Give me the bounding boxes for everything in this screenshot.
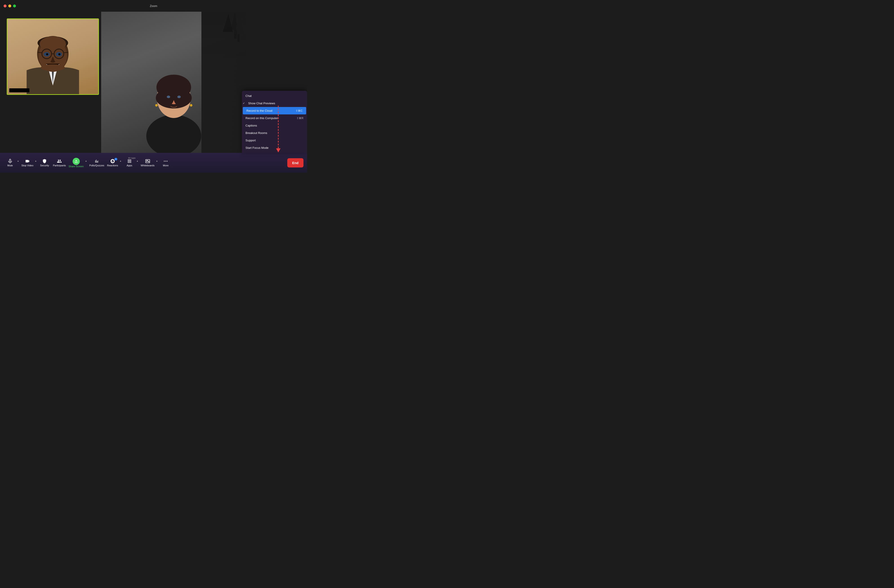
svg-point-6 <box>177 95 181 98</box>
participants-button[interactable]: Participants <box>52 157 66 168</box>
mute-group: Mute ▲ <box>4 157 20 168</box>
share-screen-label: Share Screen <box>69 165 84 168</box>
reactions-add-badge: + <box>115 158 117 160</box>
titlebar: Zoom <box>0 0 307 12</box>
record-cloud-label: Record to the Cloud <box>246 109 272 112</box>
mute-button[interactable]: Mute <box>4 157 17 168</box>
participants-icon <box>57 159 62 164</box>
close-button[interactable] <box>4 5 6 8</box>
share-screen-button[interactable]: Share Screen <box>68 157 85 169</box>
svg-line-20 <box>64 52 68 53</box>
svg-point-8 <box>190 104 192 107</box>
svg-point-0 <box>146 115 201 153</box>
share-caret[interactable]: ▲ <box>85 160 88 162</box>
record-computer-label: Record on this Computer <box>245 116 278 120</box>
svg-point-7 <box>155 104 158 107</box>
apps-group: Apps 83 Apps ▲ <box>123 157 139 168</box>
shield-icon <box>42 159 47 164</box>
mute-caret[interactable]: ▲ <box>17 160 20 162</box>
reactions-label: Reactions <box>107 164 118 167</box>
whiteboards-icon <box>145 159 150 164</box>
svg-point-25 <box>41 64 65 71</box>
share-icon <box>74 159 78 163</box>
menu-item-record-computer[interactable]: Record on this Computer ⇧⌘R <box>242 115 307 122</box>
svg-point-23 <box>46 53 48 56</box>
menu-item-breakout-rooms[interactable]: Breakout Rooms <box>242 129 307 137</box>
share-screen-icon <box>72 158 80 165</box>
svg-point-4 <box>156 87 192 109</box>
reactions-group: + Reactions ▲ <box>106 157 122 168</box>
menu-item-chat[interactable]: Chat <box>242 92 307 100</box>
name-tag-bar <box>9 88 29 92</box>
whiteboards-caret[interactable]: ▲ <box>156 160 158 162</box>
microphone-icon <box>8 159 13 164</box>
toolbar-items: Mute ▲ Stop Video ▲ Security <box>4 157 285 169</box>
video-right-inner <box>101 12 246 153</box>
share-screen-group: Share Screen ▲ <box>68 157 88 169</box>
security-button[interactable]: Security <box>38 157 51 168</box>
stop-video-button[interactable]: Stop Video <box>20 157 35 168</box>
svg-rect-10 <box>237 34 240 42</box>
apps-caret[interactable]: ▲ <box>136 160 139 162</box>
chat-label: Chat <box>245 94 252 98</box>
apps-button[interactable]: Apps 83 Apps <box>123 157 136 168</box>
apps-icon <box>127 159 132 164</box>
focus-mode-label: Start Focus Mode <box>245 146 269 149</box>
end-button[interactable]: End <box>287 158 304 167</box>
captions-label: Captions <box>245 124 257 127</box>
svg-rect-9 <box>234 30 237 39</box>
polls-icon <box>94 159 99 164</box>
show-chat-previews-label: Show Chat Previews <box>248 102 275 105</box>
breakout-rooms-label: Breakout Rooms <box>245 131 267 135</box>
background-trees <box>201 12 246 153</box>
more-icon <box>163 159 168 164</box>
checkmark-icon: ✓ <box>243 102 245 105</box>
svg-point-24 <box>58 53 60 56</box>
mute-label: Mute <box>8 164 13 167</box>
minimize-button[interactable] <box>8 5 11 8</box>
reactions-caret[interactable]: ▲ <box>119 160 122 162</box>
record-cloud-shortcut: ⇧⌘C <box>296 109 303 112</box>
camera-icon <box>25 159 30 164</box>
stop-video-group: Stop Video ▲ <box>20 157 37 168</box>
toolbar: Mute ▲ Stop Video ▲ Security <box>0 153 307 173</box>
participants-label: Participants <box>53 164 66 167</box>
video-left-active <box>7 18 99 95</box>
apps-label: Apps <box>127 164 132 167</box>
svg-point-28 <box>164 161 165 161</box>
polls-label: Polls/Quizzes <box>89 164 104 167</box>
svg-line-19 <box>38 52 42 53</box>
menu-item-show-chat-previews[interactable]: ✓ Show Chat Previews <box>242 100 307 107</box>
apps-count: 83 Apps <box>128 157 136 159</box>
whiteboards-group: Whiteboards ▲ <box>140 157 159 168</box>
video-left-inner <box>8 19 98 94</box>
menu-item-focus-mode[interactable]: Start Focus Mode <box>242 144 307 151</box>
window-title: Zoom <box>150 4 157 8</box>
reactions-button[interactable]: + Reactions <box>106 157 119 168</box>
svg-point-15 <box>40 36 66 52</box>
video-caret[interactable]: ▲ <box>35 160 37 162</box>
menu-item-record-cloud[interactable]: Record to the Cloud ⇧⌘C <box>243 107 306 115</box>
menu-item-captions[interactable]: Captions <box>242 122 307 129</box>
record-computer-shortcut: ⇧⌘R <box>296 117 304 120</box>
whiteboards-label: Whiteboards <box>141 164 155 167</box>
svg-point-5 <box>167 95 170 98</box>
svg-point-30 <box>167 161 168 161</box>
menu-item-support[interactable]: Support <box>242 137 307 144</box>
stop-video-label: Stop Video <box>21 164 33 167</box>
maximize-button[interactable] <box>13 5 16 8</box>
traffic-lights <box>4 5 16 8</box>
more-label: More <box>163 164 169 167</box>
video-right <box>101 12 246 153</box>
svg-point-29 <box>165 161 166 161</box>
more-button[interactable]: More <box>159 157 172 168</box>
more-dropdown-menu: Chat ✓ Show Chat Previews Record to the … <box>242 91 307 153</box>
security-label: Security <box>40 164 49 167</box>
whiteboards-button[interactable]: Whiteboards <box>140 157 156 168</box>
polls-button[interactable]: Polls/Quizzes <box>88 157 105 168</box>
support-label: Support <box>245 139 256 142</box>
